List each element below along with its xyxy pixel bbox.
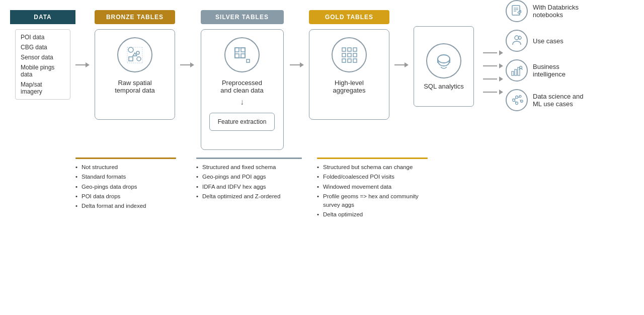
- sql-card: SQL analytics: [414, 26, 474, 107]
- bronze-bullet-2: Standard formats: [75, 173, 176, 181]
- use-cases-column: With Databricksnotebooks Use cases: [506, 0, 634, 111]
- bronze-bullets: Not structured Standard formats Geo-ping…: [75, 158, 181, 220]
- gear-person-icon: [506, 30, 528, 52]
- gold-column: GOLD TABLES High-levelaggreg: [304, 10, 394, 120]
- gold-card: High-levelaggregates: [309, 29, 389, 120]
- silver-icon-circle: [224, 37, 260, 72]
- gold-icon-circle: [332, 37, 367, 72]
- svg-line-45: [515, 98, 516, 100]
- page: DATA POI data CBG data Sensor data Mobil…: [0, 0, 644, 315]
- svg-rect-10: [235, 54, 239, 58]
- data-item-map: Map/sat imagery: [21, 81, 65, 95]
- bronze-divider: [75, 158, 176, 159]
- use-case-bi: Businessintelligence: [506, 59, 634, 82]
- silver-bullets: Structured and fixed schema Geo-pings an…: [196, 158, 307, 220]
- use-case-usecases-label: Use cases: [533, 37, 564, 45]
- arrow-data-bronze: [75, 62, 90, 67]
- bronze-bullet-1: Not structured: [75, 163, 176, 172]
- svg-point-48: [519, 96, 521, 98]
- chart-person-svg: [510, 63, 524, 77]
- svg-rect-20: [353, 53, 357, 57]
- svg-rect-11: [241, 48, 245, 52]
- silver-card: Preprocessedand clean data ↓ Feature ext…: [201, 29, 284, 150]
- gold-header: GOLD TABLES: [309, 10, 389, 24]
- gold-icon-svg: [337, 43, 361, 67]
- sql-column: SQL analytics: [409, 10, 479, 107]
- use-case-ml: Data science andML use cases: [506, 89, 634, 111]
- use-case-ml-label: Data science andML use cases: [533, 93, 583, 108]
- svg-rect-3: [129, 57, 133, 61]
- silver-column: SILVER TABLES Preprocessedand clean data…: [194, 10, 290, 150]
- notebook-icon: [506, 0, 528, 22]
- gold-divider: [317, 158, 428, 159]
- svg-rect-39: [515, 69, 517, 75]
- bronze-icon-svg: [123, 43, 147, 67]
- down-arrow: ↓: [240, 98, 244, 106]
- data-items-box: POI data CBG data Sensor data Mobile pin…: [15, 29, 70, 100]
- data-item-sensor: Sensor data: [21, 54, 65, 61]
- gear-person-svg: [510, 34, 524, 48]
- use-case-bi-label: Businessintelligence: [533, 63, 566, 78]
- svg-rect-17: [342, 53, 346, 57]
- feature-extraction-label: Feature extraction: [218, 118, 267, 125]
- svg-point-1: [136, 51, 139, 54]
- right-arrow-2: [483, 63, 503, 68]
- silver-header: SILVER TABLES: [201, 10, 284, 24]
- svg-rect-9: [235, 48, 239, 52]
- arrow-bronze-silver: [180, 62, 194, 67]
- bronze-bullet-list: Not structured Standard formats Geo-ping…: [75, 163, 176, 210]
- sql-label: SQL analytics: [424, 83, 464, 90]
- silver-divider: [196, 158, 302, 159]
- svg-line-46: [515, 101, 516, 103]
- sql-icon-circle: [426, 43, 461, 78]
- right-arrow-1: [483, 50, 503, 55]
- feature-extraction-box: Feature extraction: [209, 113, 275, 131]
- gold-bullet-2: Folded/coalesced POI visits: [317, 173, 428, 181]
- gold-bullet-3: Windowed movement data: [317, 183, 428, 191]
- svg-point-24: [438, 55, 450, 63]
- diagram-row: DATA POI data CBG data Sensor data Mobil…: [10, 10, 634, 150]
- bronze-card-label: Raw spatialtemporal data: [115, 79, 155, 94]
- right-arrow-4: [483, 90, 503, 95]
- bronze-bullet-3: Geo-pings data drops: [75, 183, 176, 191]
- gold-bullet-1: Structured but schema can change: [317, 163, 428, 172]
- svg-rect-16: [348, 48, 351, 51]
- svg-rect-22: [348, 59, 351, 62]
- notebook-svg: [510, 4, 524, 18]
- silver-bullet-list: Structured and fixed schema Geo-pings an…: [196, 163, 302, 201]
- silver-bullet-3: IDFA and IDFV hex aggs: [196, 183, 302, 191]
- svg-rect-12: [241, 54, 245, 58]
- svg-rect-21: [342, 59, 346, 62]
- svg-rect-18: [348, 53, 351, 57]
- bronze-card: Raw spatialtemporal data: [95, 29, 175, 120]
- gold-card-label: High-levelaggregates: [333, 79, 365, 94]
- svg-rect-19: [353, 48, 357, 51]
- molecule-person-icon: [506, 89, 528, 111]
- gold-bullet-5: Delta optimized: [317, 210, 428, 219]
- data-item-poi: POI data: [21, 34, 65, 41]
- right-arrows-area: [483, 50, 503, 95]
- silver-icon-svg: [230, 43, 254, 67]
- svg-rect-38: [512, 71, 514, 75]
- use-case-databricks: With Databricksnotebooks: [506, 0, 634, 22]
- svg-rect-13: [235, 48, 245, 58]
- sql-icon-svg: [432, 49, 456, 73]
- use-case-usecases: Use cases: [506, 30, 634, 52]
- silver-bullet-4: Delta optimized and Z-ordered: [196, 192, 302, 201]
- bronze-column: BRONZE TABLES R: [90, 10, 180, 120]
- silver-bullet-1: Structured and fixed schema: [196, 163, 302, 172]
- bronze-icon-circle: [117, 37, 152, 72]
- arrow-gold-sql: [394, 62, 409, 67]
- svg-rect-23: [353, 59, 357, 62]
- use-case-databricks-label: With Databricksnotebooks: [533, 4, 579, 19]
- silver-bullet-2: Geo-pings and POI aggs: [196, 173, 302, 181]
- gold-bullets: Structured but schema can change Folded/…: [317, 158, 433, 220]
- right-arrow-3: [483, 76, 503, 82]
- svg-rect-14: [247, 59, 250, 62]
- gold-bullet-list: Structured but schema can change Folded/…: [317, 163, 428, 219]
- bronze-bullet-5: Delta format and indexed: [75, 202, 176, 210]
- bronze-bullet-4: POI data drops: [75, 192, 176, 201]
- svg-point-4: [137, 57, 141, 61]
- data-header: DATA: [10, 10, 75, 24]
- data-item-cbg: CBG data: [21, 44, 65, 51]
